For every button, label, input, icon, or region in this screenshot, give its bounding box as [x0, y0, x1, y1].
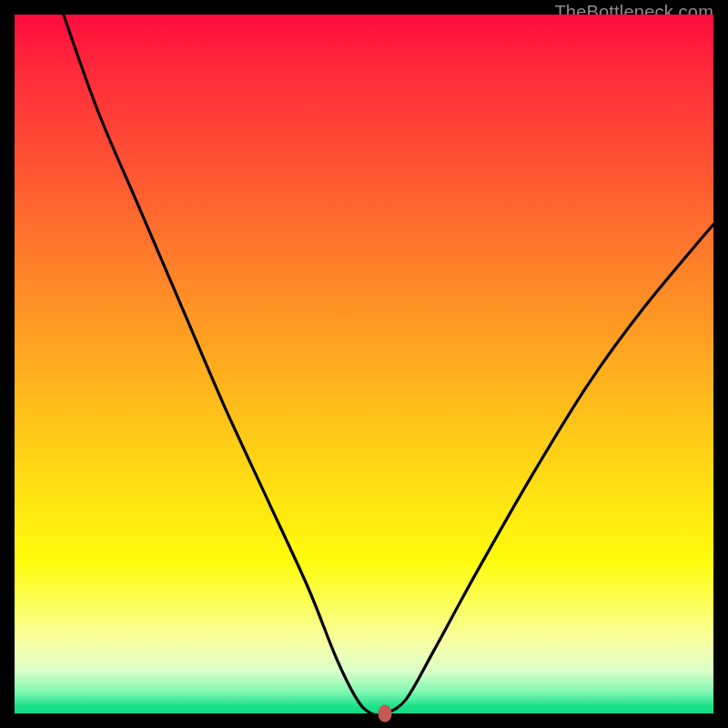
- optimal-point-marker: [379, 705, 392, 723]
- chart-frame: TheBottleneck.com: [15, 15, 713, 713]
- plot-area: [15, 15, 713, 713]
- gradient-background: [15, 15, 713, 713]
